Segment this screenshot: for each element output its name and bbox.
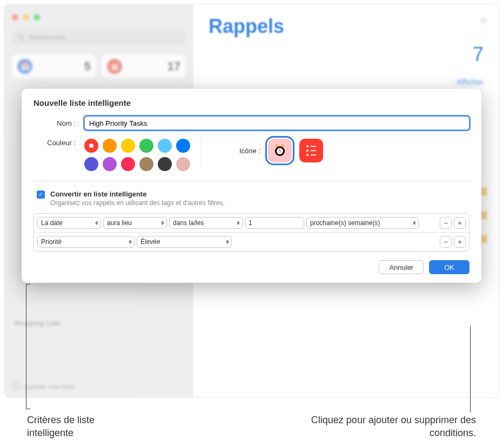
color-picker <box>84 139 190 171</box>
vertical-divider <box>201 139 202 169</box>
svg-point-0 <box>18 35 23 39</box>
condition-field-select[interactable]: Priorité <box>37 236 135 248</box>
calendar-grid-icon: ▦ <box>107 59 122 74</box>
today-card[interactable]: 📅 5 <box>12 55 96 78</box>
search-icon <box>17 34 25 42</box>
smart-list-checkbox[interactable]: ✓ <box>37 191 45 199</box>
color-green[interactable] <box>139 139 153 153</box>
show-completed-link[interactable]: Afficher <box>456 77 484 86</box>
close-window-button[interactable] <box>12 14 18 21</box>
select-value: prochaine(s) semaine(s) <box>310 219 380 227</box>
add-condition-button[interactable]: + <box>454 236 466 248</box>
color-indigo[interactable] <box>84 157 98 171</box>
icon-option-list[interactable] <box>299 139 323 162</box>
search-field[interactable]: Rechercher <box>12 30 186 45</box>
smart-list-toggle-row: ✓ Convertir en liste intelligente Organi… <box>33 188 470 213</box>
ok-button[interactable]: OK <box>429 260 470 274</box>
list-icon <box>306 145 316 156</box>
color-rose[interactable] <box>176 157 190 171</box>
window-controls <box>4 9 193 26</box>
cancel-button[interactable]: Annuler <box>379 260 424 274</box>
svg-line-1 <box>23 39 25 41</box>
condition-operator-select[interactable]: Élevée <box>137 236 232 248</box>
select-arrows-icon <box>226 240 229 244</box>
sidebar-summary-cards: 📅 5 ▦ 17 <box>4 49 193 84</box>
today-count: 5 <box>84 59 91 73</box>
list-title: Rappels <box>209 15 484 38</box>
select-value: Priorité <box>41 238 62 246</box>
annotation-bracket <box>26 284 30 409</box>
select-arrows-icon <box>161 221 164 225</box>
select-arrows-icon <box>129 240 132 244</box>
icon-label: Icône : <box>239 147 260 155</box>
condition-range-select[interactable]: dans la/les <box>169 217 243 229</box>
select-value: aura lieu <box>107 219 132 227</box>
smart-list-dialog: Nouvelle liste intelligente Nom : Couleu… <box>22 89 481 283</box>
alarm-clock-icon <box>272 143 287 158</box>
condition-value-input[interactable] <box>245 217 304 229</box>
select-value: Élevée <box>140 238 160 246</box>
condition-row: La date aura lieu dans la/les prochaine(… <box>34 214 469 233</box>
name-input[interactable] <box>84 116 470 130</box>
calendar-icon: 📅 <box>17 59 32 74</box>
color-yellow[interactable] <box>121 139 135 153</box>
maximize-window-button[interactable] <box>33 14 40 21</box>
sidebar-list-shopping[interactable]: Shopping Lists <box>4 316 193 330</box>
color-blue[interactable] <box>176 139 190 153</box>
condition-field-select[interactable]: La date <box>37 217 101 229</box>
annotation-line <box>470 326 471 412</box>
color-label: Couleur : <box>33 139 76 147</box>
condition-row: Priorité Élevée − + <box>34 233 469 251</box>
color-red[interactable] <box>84 139 98 153</box>
remove-condition-button[interactable]: − <box>440 217 452 229</box>
scheduled-card[interactable]: ▦ 17 <box>102 55 186 78</box>
icon-option-alarm[interactable] <box>268 139 292 162</box>
color-purple[interactable] <box>103 157 117 171</box>
color-teal[interactable] <box>158 139 172 153</box>
checkmark-icon: ✓ <box>38 191 43 198</box>
plus-circle-icon: + <box>12 382 21 391</box>
dialog-footer: Annuler OK <box>33 260 470 274</box>
condition-operator-select[interactable]: aura lieu <box>103 217 167 229</box>
select-value: La date <box>41 219 63 227</box>
select-arrows-icon <box>95 221 98 225</box>
select-arrows-icon <box>237 221 240 225</box>
condition-unit-select[interactable]: prochaine(s) semaine(s) <box>306 217 419 229</box>
minimize-window-button[interactable] <box>23 14 29 21</box>
add-list-button[interactable]: + Ajouter une liste <box>12 382 74 391</box>
add-list-label: Ajouter une liste <box>24 383 74 391</box>
select-arrows-icon <box>413 221 416 225</box>
name-label: Nom : <box>33 119 76 127</box>
dialog-title: Nouvelle liste intelligente <box>33 98 470 107</box>
add-condition-button[interactable]: + <box>454 217 466 229</box>
color-orange[interactable] <box>103 139 117 153</box>
annotation-right: Cliquez pour ajouter ou supprimer des co… <box>292 413 476 440</box>
annotation-left: Critères de liste intelligente <box>27 413 135 440</box>
color-brown[interactable] <box>139 157 153 171</box>
color-gray[interactable] <box>158 157 172 171</box>
select-value: dans la/les <box>173 219 204 227</box>
reminder-count: 7 <box>473 43 484 66</box>
search-placeholder: Rechercher <box>29 33 65 42</box>
color-pink[interactable] <box>121 157 135 171</box>
conditions-container: La date aura lieu dans la/les prochaine(… <box>33 213 470 252</box>
horizontal-divider <box>33 181 470 181</box>
checkbox-description: Organisez vos rappels en utilisant des t… <box>50 199 225 207</box>
scheduled-count: 17 <box>167 59 180 73</box>
remove-condition-button[interactable]: − <box>440 236 452 248</box>
checkbox-label: Convertir en liste intelligente <box>50 190 225 198</box>
